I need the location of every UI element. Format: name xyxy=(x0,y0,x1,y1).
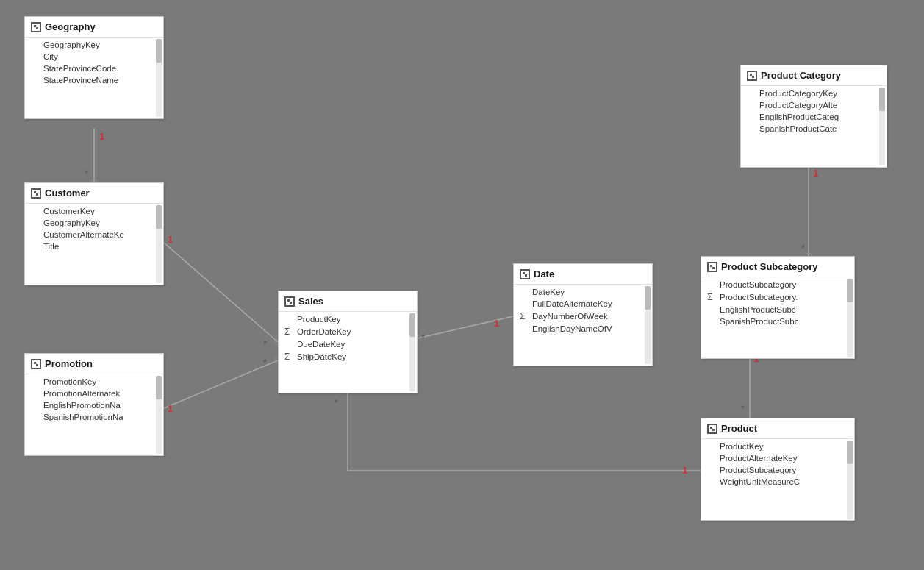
table-promotion-body: PromotionKey PromotionAlternatek English… xyxy=(25,374,163,455)
table-row: ΣDayNumberOfWeek xyxy=(514,310,652,323)
table-row: DueDateKey xyxy=(279,338,417,350)
table-geography-body: GeographyKey City StateProvinceCode Stat… xyxy=(25,38,163,118)
table-product-category[interactable]: Product Category ProductCategoryKey Prod… xyxy=(740,65,887,168)
table-row: ProductSubcategory xyxy=(701,464,854,476)
table-row: EnglishDayNameOfV xyxy=(514,323,652,335)
table-sales-header: Sales xyxy=(279,291,417,312)
table-icon-product xyxy=(707,424,717,434)
table-row: ProductKey xyxy=(279,313,417,325)
sigma-icon: Σ xyxy=(520,311,530,321)
table-row: ΣProductSubcategory. xyxy=(701,291,854,304)
table-icon-product-subcategory xyxy=(707,262,717,272)
table-row: ProductCategoryKey xyxy=(741,88,887,99)
rel-label-prom-sales-one: 1 xyxy=(168,403,173,414)
table-row: PromotionKey xyxy=(25,376,163,388)
table-product-category-body: ProductCategoryKey ProductCategoryAlte E… xyxy=(741,86,887,167)
table-sales[interactable]: Sales ProductKey ΣOrderDateKey DueDateKe… xyxy=(278,291,418,393)
table-date-body: DateKey FullDateAlternateKey ΣDayNumberO… xyxy=(514,285,652,366)
table-customer-title: Customer xyxy=(45,188,90,199)
table-product-subcategory[interactable]: Product Subcategory ProductSubcategory Σ… xyxy=(701,256,855,359)
table-product-subcategory-body: ProductSubcategory ΣProductSubcategory. … xyxy=(701,277,854,358)
table-row: CustomerAlternateKe xyxy=(25,229,163,241)
rel-label-cat-subcat-many: * xyxy=(801,243,805,254)
sigma-icon: Σ xyxy=(284,352,295,362)
table-customer-body: CustomerKey GeographyKey CustomerAlterna… xyxy=(25,204,163,285)
table-product[interactable]: Product ProductKey ProductAlternateKey P… xyxy=(701,418,855,521)
diagram-canvas: 1 * 1 * 1 * * 1 * 1 1 * 1 * Geography Ge… xyxy=(0,0,924,570)
table-row: ProductKey xyxy=(701,441,854,452)
table-product-category-title: Product Category xyxy=(761,70,841,81)
table-row: StateProvinceName xyxy=(25,74,163,86)
table-date-title: Date xyxy=(534,268,554,279)
rel-label-sales-product-one: 1 xyxy=(682,465,687,476)
table-customer[interactable]: Customer CustomerKey GeographyKey Custom… xyxy=(24,182,164,285)
table-row: Title xyxy=(25,241,163,252)
rel-label-cat-subcat-one: 1 xyxy=(813,168,818,179)
table-product-subcategory-header: Product Subcategory xyxy=(701,257,854,277)
table-date[interactable]: Date DateKey FullDateAlternateKey ΣDayNu… xyxy=(513,263,653,366)
table-row: WeightUnitMeasureC xyxy=(701,476,854,488)
table-row: EnglishProductSubc xyxy=(701,304,854,316)
table-row: SpanishProductCate xyxy=(741,123,887,135)
table-row: EnglishPromotionNa xyxy=(25,399,163,411)
table-row: GeographyKey xyxy=(25,217,163,229)
table-sales-body: ProductKey ΣOrderDateKey DueDateKey ΣShi… xyxy=(279,312,417,393)
table-product-header: Product xyxy=(701,418,854,439)
table-product-title: Product xyxy=(721,423,757,434)
table-geography-header: Geography xyxy=(25,17,163,38)
table-row: ProductAlternateKey xyxy=(701,452,854,464)
table-customer-header: Customer xyxy=(25,183,163,204)
table-geography-title: Geography xyxy=(45,21,96,32)
table-row: DateKey xyxy=(514,286,652,298)
table-geography[interactable]: Geography GeographyKey City StateProvinc… xyxy=(24,16,164,119)
rel-label-subcat-product-many: * xyxy=(741,403,745,414)
rel-label-cust-sales-many: * xyxy=(263,338,267,349)
table-row: ProductCategoryAlte xyxy=(741,99,887,111)
table-product-subcategory-title: Product Subcategory xyxy=(721,261,817,272)
table-icon-date xyxy=(520,269,530,279)
table-icon-customer xyxy=(31,188,41,199)
table-promotion-header: Promotion xyxy=(25,354,163,374)
table-row: GeographyKey xyxy=(25,39,163,51)
table-icon-geography xyxy=(31,22,41,32)
table-icon-product-category xyxy=(747,71,757,81)
table-promotion-title: Promotion xyxy=(45,358,93,369)
rel-label-sales-date-many: * xyxy=(421,332,425,343)
sigma-icon: Σ xyxy=(284,327,295,337)
table-row: ΣOrderDateKey xyxy=(279,325,417,338)
rel-label-geo-cust-one: 1 xyxy=(99,131,104,142)
rel-label-cust-sales-one: 1 xyxy=(168,234,173,245)
table-row: City xyxy=(25,51,163,63)
rel-label-sales-date-one: 1 xyxy=(494,318,499,329)
table-product-body: ProductKey ProductAlternateKey ProductSu… xyxy=(701,439,854,520)
table-row: SpanishProductSubc xyxy=(701,316,854,327)
table-row: FullDateAlternateKey xyxy=(514,298,652,310)
table-sales-title: Sales xyxy=(298,296,323,307)
table-icon-sales xyxy=(284,296,295,307)
rel-label-sales-product-many: * xyxy=(334,397,338,408)
table-row: SpanishPromotionNa xyxy=(25,411,163,423)
table-row: ProductSubcategory xyxy=(701,279,854,291)
rel-label-geo-cust-many: * xyxy=(85,168,88,179)
table-product-category-header: Product Category xyxy=(741,65,887,86)
table-promotion[interactable]: Promotion PromotionKey PromotionAlternat… xyxy=(24,353,164,456)
rel-label-prom-sales-many: * xyxy=(263,357,267,368)
table-row: EnglishProductCateg xyxy=(741,111,887,123)
table-row: ΣShipDateKey xyxy=(279,350,417,363)
table-row: CustomerKey xyxy=(25,205,163,217)
sigma-icon: Σ xyxy=(707,292,717,302)
table-row: StateProvinceCode xyxy=(25,63,163,74)
table-date-header: Date xyxy=(514,264,652,285)
table-row: PromotionAlternatek xyxy=(25,388,163,399)
table-icon-promotion xyxy=(31,359,41,369)
